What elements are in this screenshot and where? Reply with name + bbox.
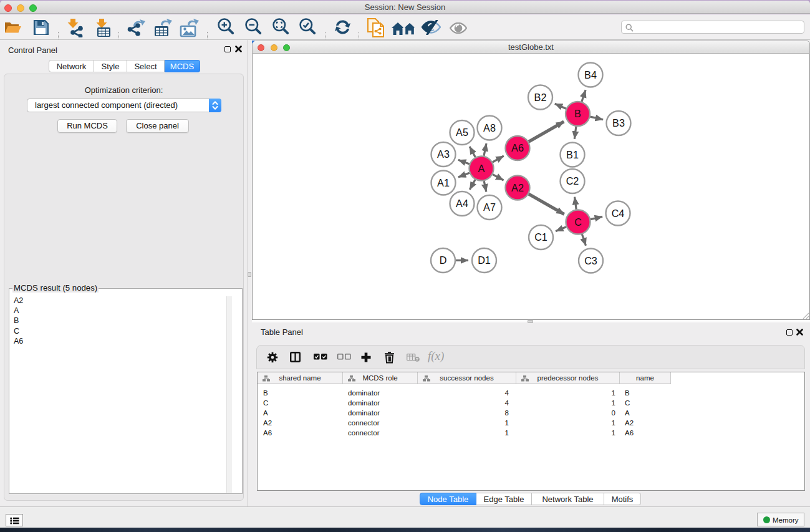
svg-text:A2: A2: [511, 182, 524, 193]
svg-text:C4: C4: [612, 208, 625, 219]
svg-text:A6: A6: [511, 142, 524, 153]
svg-text:A4: A4: [456, 198, 468, 209]
svg-text:D1: D1: [478, 254, 491, 266]
svg-text:C1: C1: [534, 231, 547, 243]
svg-text:C3: C3: [584, 255, 597, 266]
svg-text:C2: C2: [566, 175, 579, 186]
svg-text:B3: B3: [612, 117, 625, 128]
svg-text:C: C: [574, 216, 582, 228]
svg-text:A: A: [478, 163, 485, 174]
svg-text:A1: A1: [437, 177, 450, 188]
svg-text:A7: A7: [483, 201, 496, 213]
svg-text:A5: A5: [456, 127, 468, 138]
svg-text:D: D: [440, 254, 447, 266]
svg-text:B: B: [574, 108, 581, 119]
svg-text:B2: B2: [534, 92, 547, 103]
svg-text:B1: B1: [566, 149, 579, 160]
svg-text:A3: A3: [437, 148, 450, 160]
svg-text:A8: A8: [483, 122, 496, 133]
svg-text:B4: B4: [584, 69, 597, 80]
